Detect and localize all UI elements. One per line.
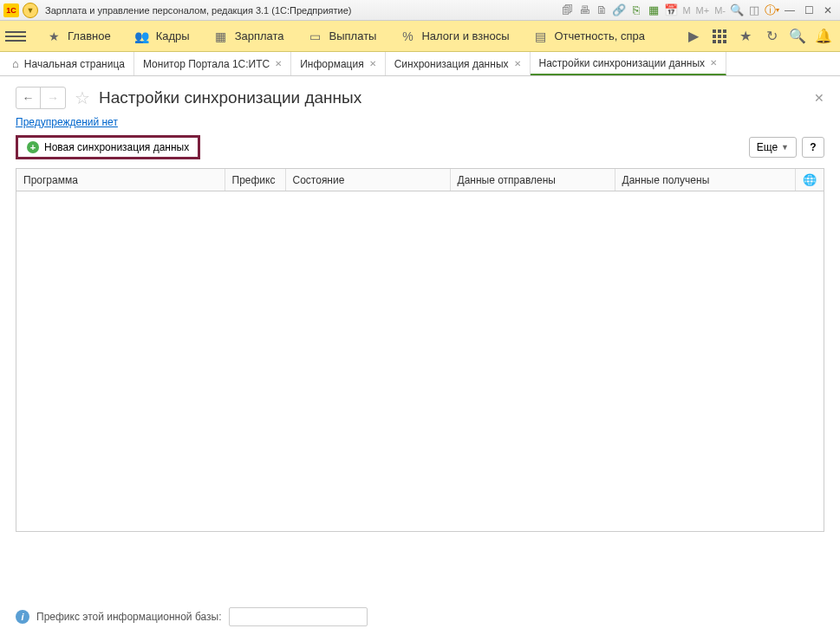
print-preview-icon[interactable]: 🗐 bbox=[559, 3, 575, 18]
window-titlebar: 1C ▼ Зарплата и управление персоналом, р… bbox=[0, 0, 840, 21]
new-sync-button[interactable]: + Новая синхронизация данных bbox=[16, 135, 200, 159]
col-received[interactable]: Данные получены bbox=[615, 169, 796, 191]
favorite-star-icon[interactable]: ☆ bbox=[75, 87, 90, 108]
history-button[interactable]: ↻ bbox=[760, 25, 783, 48]
close-window-button[interactable]: ✕ bbox=[819, 3, 837, 17]
copy-icon[interactable]: ⎘ bbox=[628, 3, 644, 18]
people-icon: 👥 bbox=[135, 29, 149, 43]
nav-history-buttons: ← → bbox=[16, 87, 66, 109]
tab-monitor-its[interactable]: Монитор Портала 1С:ИТС ✕ bbox=[134, 52, 291, 75]
more-button[interactable]: Еще ▼ bbox=[749, 137, 797, 158]
main-navigation-bar: ★ Главное 👥 Кадры ▦ Зарплата ▭ Выплаты %… bbox=[0, 21, 840, 52]
maximize-button[interactable]: ☐ bbox=[800, 3, 817, 17]
dropdown-circle-button[interactable]: ▼ bbox=[23, 3, 38, 18]
warnings-link[interactable]: Предупреждений нет bbox=[16, 116, 118, 128]
nav-personnel[interactable]: 👥 Кадры bbox=[123, 21, 202, 51]
page-close-button[interactable]: ✕ bbox=[814, 91, 824, 105]
minimize-button[interactable]: — bbox=[781, 3, 798, 17]
tab-home[interactable]: ⌂ Начальная страница bbox=[3, 52, 134, 75]
zoom-icon[interactable]: 🔍 bbox=[729, 3, 745, 18]
tab-bar: ⌂ Начальная страница Монитор Портала 1С:… bbox=[0, 52, 840, 76]
document-icon[interactable]: 🗎 bbox=[594, 3, 609, 18]
tab-close-icon[interactable]: ✕ bbox=[275, 59, 282, 68]
back-button[interactable]: ← bbox=[16, 87, 41, 108]
info-circle-icon[interactable]: ⓘ▾ bbox=[764, 3, 779, 18]
wallet-icon: ▭ bbox=[309, 29, 322, 43]
nav-label: Налоги и взносы bbox=[421, 29, 509, 42]
nav-payments[interactable]: ▭ Выплаты bbox=[296, 21, 389, 51]
calculator-icon[interactable]: ▦ bbox=[646, 3, 661, 18]
table-icon: ▦ bbox=[214, 29, 228, 43]
button-label: Еще bbox=[757, 141, 778, 153]
nav-label: Отчетность, спра bbox=[555, 29, 645, 42]
tab-label: Монитор Портала 1С:ИТС bbox=[143, 58, 270, 70]
info-icon: i bbox=[16, 610, 29, 624]
col-globe[interactable]: 🌐 bbox=[796, 169, 824, 191]
tab-close-icon[interactable]: ✕ bbox=[514, 59, 521, 68]
nav-label: Главное bbox=[68, 29, 111, 42]
percent-icon: % bbox=[400, 29, 414, 43]
memory-m-button[interactable]: M bbox=[680, 5, 692, 16]
tab-label: Начальная страница bbox=[24, 58, 125, 70]
tab-sync-settings[interactable]: Настройки синхронизации данных ✕ bbox=[531, 52, 727, 75]
search-button[interactable]: 🔍 bbox=[786, 25, 809, 48]
nav-label: Выплаты bbox=[329, 29, 377, 42]
nav-arrow-right-icon[interactable]: ▶ bbox=[682, 25, 705, 48]
notifications-bell-button[interactable]: 🔔 bbox=[812, 25, 835, 48]
help-button[interactable]: ? bbox=[802, 137, 824, 158]
forward-button[interactable]: → bbox=[41, 87, 65, 108]
nav-main[interactable]: ★ Главное bbox=[35, 21, 123, 51]
nav-reports[interactable]: ▤ Отчетность, спра bbox=[522, 21, 657, 51]
tab-data-sync[interactable]: Синхронизация данных ✕ bbox=[386, 52, 531, 75]
memory-mminus-button[interactable]: M- bbox=[713, 5, 727, 16]
col-state[interactable]: Состояние bbox=[285, 169, 450, 191]
panel-icon[interactable]: ◫ bbox=[746, 3, 762, 18]
col-program[interactable]: Программа bbox=[16, 169, 225, 191]
tab-close-icon[interactable]: ✕ bbox=[369, 59, 376, 68]
tab-information[interactable]: Информация ✕ bbox=[291, 52, 385, 75]
print-icon[interactable]: 🖶 bbox=[576, 3, 592, 18]
tab-close-icon[interactable]: ✕ bbox=[710, 58, 717, 68]
nav-label: Кадры bbox=[156, 29, 190, 42]
plus-circle-icon: + bbox=[27, 141, 39, 153]
col-prefix[interactable]: Префикс bbox=[225, 169, 285, 191]
footer-bar: i Префикс этой информационной базы: bbox=[16, 607, 824, 626]
memory-mplus-button[interactable]: M+ bbox=[694, 5, 712, 16]
apps-grid-button[interactable] bbox=[708, 25, 731, 48]
app-logo-icon: 1C bbox=[3, 3, 19, 17]
tab-label: Информация bbox=[300, 58, 363, 70]
prefix-label: Префикс этой информационной базы: bbox=[36, 611, 222, 623]
nav-salary[interactable]: ▦ Зарплата bbox=[202, 21, 296, 51]
home-icon: ⌂ bbox=[12, 57, 19, 70]
tab-label: Синхронизация данных bbox=[394, 58, 509, 70]
prefix-input[interactable] bbox=[229, 607, 368, 626]
menu-burger-button[interactable] bbox=[5, 26, 26, 47]
link-icon[interactable]: 🔗 bbox=[611, 3, 627, 18]
button-label: Новая синхронизация данных bbox=[44, 141, 189, 153]
star-nav-icon: ★ bbox=[47, 29, 61, 43]
col-sent[interactable]: Данные отправлены bbox=[450, 169, 615, 191]
page-title: Настройки синхронизации данных bbox=[99, 88, 361, 107]
page-header: ← → ☆ Настройки синхронизации данных ✕ bbox=[0, 76, 840, 116]
report-icon: ▤ bbox=[534, 29, 548, 43]
nav-label: Зарплата bbox=[235, 29, 284, 42]
nav-taxes[interactable]: % Налоги и взносы bbox=[388, 21, 521, 51]
favorites-star-button[interactable]: ★ bbox=[734, 25, 757, 48]
window-title: Зарплата и управление персоналом, редакц… bbox=[45, 5, 351, 16]
tab-label: Настройки синхронизации данных bbox=[539, 57, 706, 69]
sync-table[interactable]: Программа Префикс Состояние Данные отпра… bbox=[16, 168, 824, 532]
caret-down-icon: ▼ bbox=[781, 143, 789, 152]
calendar-icon[interactable]: 📅 bbox=[663, 3, 679, 18]
globe-icon: 🌐 bbox=[803, 173, 817, 186]
